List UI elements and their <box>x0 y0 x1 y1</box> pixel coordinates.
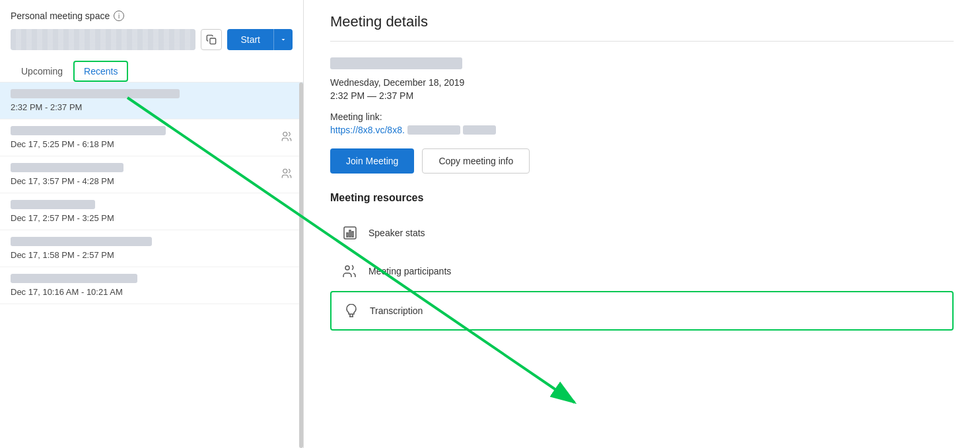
resource-item-meeting-participants[interactable]: Meeting participants <box>330 253 954 290</box>
meeting-time: Dec 17, 1:58 PM - 2:57 PM <box>11 250 293 260</box>
resource-item-transcription[interactable]: Transcription <box>330 291 954 331</box>
speaker-stats-label: Speaker stats <box>368 228 425 238</box>
svg-point-7 <box>345 266 349 270</box>
meeting-item[interactable]: Dec 17, 5:25 PM - 6:18 PM <box>0 119 303 156</box>
svg-point-2 <box>283 169 287 173</box>
action-buttons: Join Meeting Copy meeting info <box>330 148 954 174</box>
transcription-label: Transcription <box>370 305 423 316</box>
meeting-item[interactable]: Dec 17, 1:58 PM - 2:57 PM <box>0 230 303 267</box>
meeting-item[interactable]: 2:32 PM - 2:37 PM <box>0 82 303 119</box>
meeting-name-blur <box>330 57 462 69</box>
start-dropdown-button[interactable] <box>273 29 293 50</box>
meeting-item[interactable]: Dec 17, 10:16 AM - 10:21 AM <box>0 267 303 304</box>
svg-rect-0 <box>210 38 216 44</box>
meeting-id-row: Start <box>0 29 303 61</box>
meeting-item[interactable]: Dec 17, 3:57 PM - 4:28 PM <box>0 156 303 193</box>
meeting-link-url: https://8x8.vc/8x8. <box>330 125 954 135</box>
tabs-row: Upcoming Recents <box>0 61 303 82</box>
meeting-participants-icon <box>341 262 359 280</box>
meeting-link-blur <box>407 125 460 135</box>
personal-meeting-space-header: Personal meeting space i <box>0 11 303 29</box>
svg-rect-4 <box>347 233 348 237</box>
tab-recents[interactable]: Recents <box>73 61 128 82</box>
tab-upcoming[interactable]: Upcoming <box>11 61 73 82</box>
meeting-link-label: Meeting link: <box>330 112 954 122</box>
section-divider <box>330 41 954 42</box>
transcription-icon <box>342 302 361 320</box>
resource-item-speaker-stats[interactable]: Speaker stats <box>330 214 954 251</box>
copy-meeting-info-button[interactable]: Copy meeting info <box>422 148 530 174</box>
scrollbar[interactable] <box>299 82 303 448</box>
meeting-item[interactable]: Dec 17, 2:57 PM - 3:25 PM <box>0 193 303 230</box>
meeting-list: 2:32 PM - 2:37 PM Dec 17, 5:25 PM - 6:18… <box>0 82 303 448</box>
svg-rect-6 <box>352 232 353 237</box>
meeting-link-blur2 <box>463 125 496 135</box>
meeting-time: Dec 17, 10:16 AM - 10:21 AM <box>11 287 293 297</box>
meeting-id-display <box>11 29 195 50</box>
meeting-time: Dec 17, 2:57 PM - 3:25 PM <box>11 213 293 223</box>
meeting-time: Dec 17, 5:25 PM - 6:18 PM <box>11 139 293 149</box>
meeting-title-blur <box>11 200 95 209</box>
svg-point-1 <box>283 132 287 136</box>
meeting-time-range: 2:32 PM — 2:37 PM <box>330 90 954 101</box>
meeting-time: 2:32 PM - 2:37 PM <box>11 102 293 112</box>
participants-icon <box>281 131 293 145</box>
svg-rect-5 <box>349 230 351 237</box>
start-button[interactable]: Start <box>227 29 273 50</box>
meeting-date: Wednesday, December 18, 2019 <box>330 77 954 88</box>
right-panel: Meeting details Wednesday, December 18, … <box>304 0 980 448</box>
left-panel: Personal meeting space i Start Upcoming … <box>0 0 304 448</box>
meeting-title-blur <box>11 274 137 283</box>
meeting-title-blur <box>11 237 152 246</box>
participants-icon <box>281 168 293 182</box>
copy-meeting-id-button[interactable] <box>201 29 222 50</box>
info-icon[interactable]: i <box>114 11 124 21</box>
meeting-title-blur <box>11 89 180 98</box>
meeting-participants-label: Meeting participants <box>368 266 451 276</box>
meeting-time: Dec 17, 3:57 PM - 4:28 PM <box>11 176 293 186</box>
resources-title: Meeting resources <box>330 192 954 204</box>
start-button-group: Start <box>227 29 293 50</box>
meeting-details-title: Meeting details <box>330 13 954 30</box>
meeting-title-blur <box>11 126 166 135</box>
meeting-title-blur <box>11 163 123 172</box>
personal-meeting-space-label: Personal meeting space <box>11 11 110 21</box>
speaker-stats-icon <box>341 224 359 242</box>
join-meeting-button[interactable]: Join Meeting <box>330 148 414 174</box>
